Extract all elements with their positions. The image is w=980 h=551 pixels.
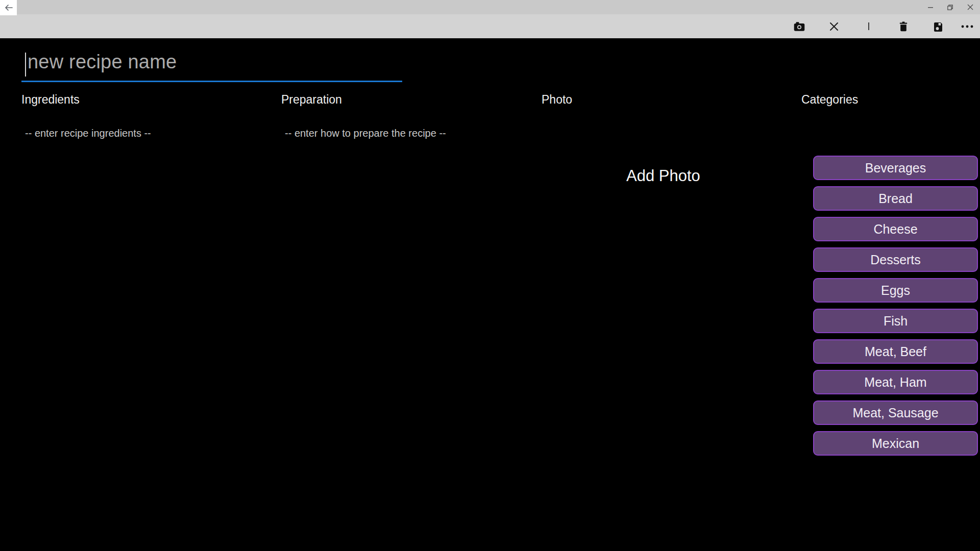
- category-button-bread[interactable]: Bread: [813, 186, 978, 211]
- titlebar: [0, 0, 980, 14]
- toolbar: [0, 14, 980, 38]
- ellipsis-icon: [961, 24, 974, 29]
- ingredients-input[interactable]: -- enter recipe ingredients --: [25, 128, 151, 139]
- category-button-label: Eggs: [881, 283, 910, 298]
- preparation-input[interactable]: -- enter how to prepare the recipe --: [285, 128, 446, 139]
- categories-header: Categories: [801, 93, 858, 107]
- minimize-button[interactable]: [920, 0, 940, 14]
- preparation-header: Preparation: [281, 93, 342, 107]
- app-window: new recipe name Ingredients Preparation …: [0, 0, 980, 551]
- camera-icon: [793, 20, 806, 33]
- category-button-label: Fish: [884, 314, 908, 329]
- minimize-icon: [927, 4, 934, 10]
- category-button-label: Cheese: [873, 222, 917, 237]
- category-button-label: Meat, Beef: [865, 344, 926, 359]
- recipe-editor-content: new recipe name Ingredients Preparation …: [0, 38, 980, 551]
- save-floppy-icon: [932, 20, 944, 33]
- save-button[interactable]: [929, 14, 947, 38]
- category-button-cheese[interactable]: Cheese: [813, 217, 978, 241]
- photo-header: Photo: [542, 93, 572, 107]
- category-button-mexican[interactable]: Mexican: [813, 431, 978, 456]
- add-photo-button[interactable]: Add Photo: [626, 167, 700, 185]
- category-button-eggs[interactable]: Eggs: [813, 278, 978, 303]
- category-button-meat-sausage[interactable]: Meat, Sausage: [813, 400, 978, 425]
- close-icon: [967, 4, 973, 10]
- cancel-button[interactable]: [825, 14, 843, 38]
- category-button-meat-beef[interactable]: Meat, Beef: [813, 339, 978, 364]
- more-button[interactable]: [959, 14, 976, 38]
- delete-button[interactable]: [895, 14, 912, 38]
- window-controls: [920, 0, 980, 14]
- category-button-label: Meat, Ham: [864, 375, 926, 390]
- restore-button[interactable]: [940, 0, 960, 14]
- category-button-label: Beverages: [865, 161, 926, 176]
- cancel-x-icon: [829, 21, 839, 32]
- category-button-fish[interactable]: Fish: [813, 309, 978, 333]
- ingredients-header: Ingredients: [21, 93, 80, 107]
- category-button-meat-ham[interactable]: Meat, Ham: [813, 370, 978, 394]
- close-button[interactable]: [960, 0, 980, 14]
- recipe-name-placeholder: new recipe name: [28, 51, 177, 73]
- trash-icon: [897, 20, 910, 33]
- toolbar-separator: [868, 22, 869, 30]
- category-button-label: Mexican: [872, 436, 919, 451]
- text-caret: [25, 53, 26, 77]
- category-button-label: Desserts: [870, 253, 921, 267]
- back-arrow-icon: [4, 4, 13, 12]
- category-button-beverages[interactable]: Beverages: [813, 156, 978, 180]
- back-button[interactable]: [0, 0, 17, 15]
- restore-icon: [947, 4, 953, 11]
- recipe-name-input[interactable]: new recipe name: [21, 45, 402, 82]
- category-button-label: Bread: [878, 191, 913, 206]
- category-button-label: Meat, Sausage: [852, 406, 938, 420]
- category-button-desserts[interactable]: Desserts: [813, 247, 978, 272]
- camera-button[interactable]: [791, 14, 808, 38]
